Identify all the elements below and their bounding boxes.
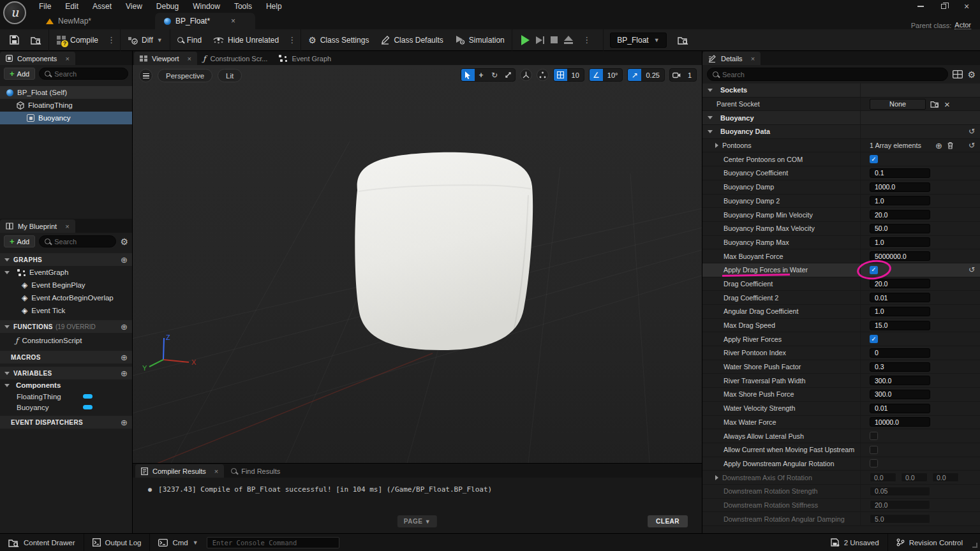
add-function-icon[interactable]: ⊕	[121, 322, 128, 332]
add-component-button[interactable]: + Add	[4, 68, 35, 80]
value-input[interactable]: 1.0	[870, 307, 930, 316]
compiler-log-line[interactable]: ● [3237.43] Compile of BP_Float successf…	[148, 485, 702, 494]
play-options-icon[interactable]: ⋮	[579, 35, 594, 45]
component-row-buoyancy[interactable]: Buoyancy	[0, 112, 132, 124]
find-button[interactable]: Find	[172, 29, 207, 51]
floating-mesh[interactable]	[355, 152, 533, 350]
rotation-snap-value[interactable]: 10°	[603, 69, 623, 81]
details-settings-gear-icon[interactable]: ⚙	[967, 70, 976, 80]
output-log-button[interactable]: Output Log	[84, 534, 150, 551]
scale-snap-value[interactable]: 0.25	[641, 69, 664, 81]
add-array-element-icon[interactable]: ⊕	[935, 141, 942, 151]
browse-to-blueprint-button[interactable]	[672, 29, 694, 51]
menu-asset[interactable]: Asset	[85, 1, 119, 12]
components-search-input[interactable]: Search	[39, 68, 128, 80]
event-dispatchers-header[interactable]: EVENT DISPATCHERS ⊕	[0, 416, 132, 429]
event-row-event-actorbeginoverlap[interactable]: ◈Event ActorBeginOverlap	[0, 291, 132, 304]
value-input[interactable]: 5.0	[870, 514, 930, 524]
grid-snap-value[interactable]: 10	[567, 69, 584, 81]
restore-icon[interactable]	[939, 3, 948, 10]
page-dropdown-button[interactable]: PAGE ▼	[397, 515, 437, 527]
browse-asset-button[interactable]	[25, 29, 47, 51]
checkbox[interactable]	[870, 432, 878, 440]
tab-components[interactable]: Components ×	[0, 52, 75, 65]
collapse-arrow-icon[interactable]	[708, 130, 713, 133]
scale-tool-button[interactable]	[501, 69, 515, 81]
event-graph-row[interactable]: EventGraph	[0, 266, 132, 279]
tab-details[interactable]: Details ×	[702, 52, 761, 65]
value-input[interactable]: 300.0	[870, 376, 930, 385]
close-tab-icon[interactable]: ×	[65, 55, 69, 62]
tab-my-blueprint[interactable]: My Blueprint ×	[0, 219, 75, 233]
construction-script-row[interactable]: ƒ ConstructionScript	[0, 333, 132, 348]
component-row-floatingthing[interactable]: FloatingThing	[0, 99, 132, 112]
vector-component-input[interactable]: 0.0	[901, 473, 928, 482]
event-row-event-tick[interactable]: ◈Event Tick	[0, 304, 132, 317]
resize-grip[interactable]	[972, 543, 977, 548]
value-input[interactable]: 0.3	[870, 362, 930, 372]
value-input[interactable]: 5000000.0	[870, 251, 930, 261]
select-tool-button[interactable]	[461, 69, 475, 81]
graphs-header[interactable]: GRAPHS ⊕	[0, 253, 132, 266]
menu-debug[interactable]: Debug	[149, 1, 186, 12]
clear-button[interactable]: CLEAR	[648, 515, 688, 527]
event-row-event-beginplay[interactable]: ◈Event BeginPlay	[0, 279, 132, 291]
variables-header[interactable]: VARIABLES ⊕	[0, 367, 132, 379]
tab-compiler-results[interactable]: Compiler Results ×	[135, 464, 224, 478]
component-row-bp-float-self[interactable]: BP_Float (Self)	[0, 86, 132, 99]
save-button[interactable]	[4, 29, 25, 51]
add-blueprint-item-button[interactable]: + Add	[4, 235, 35, 247]
diff-button[interactable]: Diff ▼	[122, 29, 168, 51]
reset-to-default-icon[interactable]: ↺	[969, 141, 975, 150]
menu-edit[interactable]: Edit	[58, 1, 85, 12]
collapse-arrow-icon[interactable]	[708, 89, 713, 92]
frame-skip-icon[interactable]	[536, 36, 545, 44]
camera-speed-button[interactable]	[670, 69, 683, 81]
checkbox[interactable]: ✓	[870, 335, 878, 343]
menu-file[interactable]: File	[32, 1, 58, 12]
menu-window[interactable]: Window	[186, 1, 227, 12]
value-input[interactable]: 20.0	[870, 210, 930, 219]
macros-header[interactable]: MACROS ⊕	[0, 351, 132, 364]
camera-speed-value[interactable]: 1	[683, 69, 696, 81]
browse-socket-icon[interactable]	[930, 100, 940, 108]
add-variable-icon[interactable]: ⊕	[121, 369, 128, 378]
vector-component-input[interactable]: 0.0	[870, 473, 896, 482]
value-input[interactable]: 20.0	[870, 279, 930, 288]
parent-class-link[interactable]: Actor	[954, 21, 971, 29]
menu-view[interactable]: View	[119, 1, 149, 12]
perspective-button[interactable]: Perspective	[158, 69, 212, 82]
simulation-button[interactable]: Simulation	[449, 29, 510, 51]
tab-construction-script[interactable]: ƒ Construction Scr...	[197, 52, 273, 65]
value-input[interactable]: 0	[870, 348, 930, 358]
close-tab-icon[interactable]: ×	[751, 55, 755, 62]
value-input[interactable]: 0.01	[870, 293, 930, 302]
value-input[interactable]: 1.0	[870, 196, 930, 205]
variable-type-pill[interactable]	[83, 394, 93, 399]
rotate-tool-button[interactable]: ↻	[488, 69, 501, 81]
clear-socket-icon[interactable]: ×	[944, 99, 950, 110]
add-event-dispatcher-icon[interactable]: ⊕	[121, 418, 128, 427]
hide-unrelated-button[interactable]: Hide Unrelated	[207, 29, 285, 51]
unsaved-button[interactable]: 2 Unsaved	[822, 534, 887, 551]
value-input[interactable]: 300.0	[870, 390, 930, 399]
value-input[interactable]: 0.01	[870, 404, 930, 413]
stop-icon[interactable]	[551, 36, 558, 43]
menu-help[interactable]: Help	[259, 1, 289, 12]
display-filter-icon[interactable]	[953, 70, 963, 78]
surface-snap-button[interactable]	[537, 69, 549, 81]
checkbox[interactable]: ✓	[870, 155, 878, 163]
my-blueprint-search-input[interactable]: Search	[39, 235, 116, 247]
parent-socket-value[interactable]: None	[870, 99, 926, 110]
close-tab-icon[interactable]: ×	[65, 223, 69, 230]
expand-arrow-icon[interactable]	[715, 143, 718, 148]
variable-row-buoyancy[interactable]: Buoyancy	[0, 402, 132, 413]
content-drawer-button[interactable]: Content Drawer	[0, 534, 84, 551]
value-input[interactable]: 50.0	[870, 224, 930, 233]
settings-gear-icon[interactable]: ⚙	[120, 237, 128, 247]
collapse-arrow-icon[interactable]	[708, 116, 713, 119]
class-defaults-button[interactable]: Class Defaults	[375, 29, 449, 51]
compile-button[interactable]: ? Compile	[50, 29, 104, 51]
value-input[interactable]: 10000.0	[870, 417, 930, 427]
world-local-toggle-button[interactable]	[520, 69, 532, 81]
